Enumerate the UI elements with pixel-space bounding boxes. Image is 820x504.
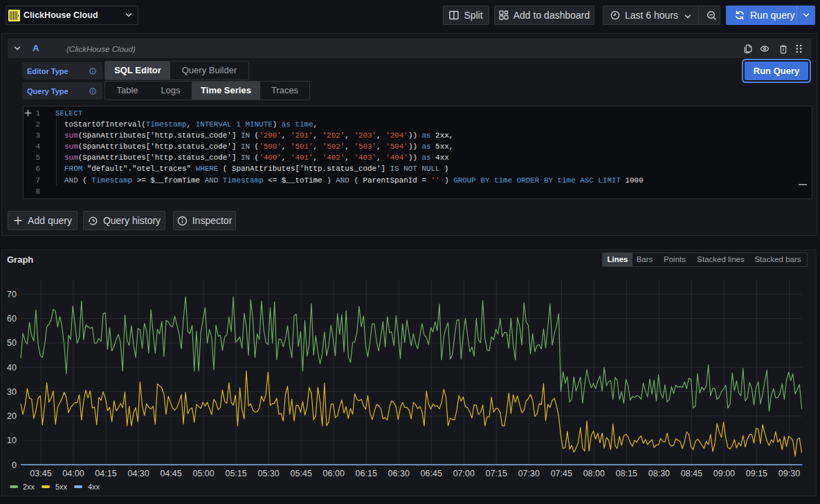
- svg-text:10: 10: [7, 436, 17, 445]
- svg-text:09:30: 09:30: [778, 469, 800, 478]
- svg-text:07:30: 07:30: [518, 469, 540, 478]
- svg-text:08:30: 08:30: [648, 469, 670, 478]
- svg-text:0: 0: [12, 460, 17, 470]
- svg-text:04:00: 04:00: [62, 469, 84, 478]
- svg-text:05:00: 05:00: [192, 469, 214, 478]
- svg-text:08:00: 08:00: [583, 469, 605, 478]
- svg-text:05:45: 05:45: [291, 469, 312, 478]
- svg-text:70: 70: [7, 290, 17, 299]
- svg-text:06:45: 06:45: [421, 469, 442, 478]
- svg-text:04:45: 04:45: [160, 469, 181, 478]
- svg-text:08:15: 08:15: [616, 469, 637, 478]
- svg-text:06:30: 06:30: [388, 469, 410, 478]
- svg-text:40: 40: [7, 363, 17, 373]
- svg-text:30: 30: [7, 387, 17, 397]
- svg-text:06:15: 06:15: [356, 469, 377, 478]
- svg-text:04:15: 04:15: [95, 469, 116, 478]
- svg-text:09:15: 09:15: [746, 469, 767, 478]
- svg-text:08:45: 08:45: [681, 469, 702, 478]
- svg-text:50: 50: [7, 338, 17, 348]
- svg-text:03:45: 03:45: [30, 469, 51, 478]
- svg-text:06:00: 06:00: [323, 469, 345, 478]
- svg-text:07:00: 07:00: [453, 469, 475, 478]
- svg-text:07:45: 07:45: [551, 469, 572, 478]
- svg-text:04:30: 04:30: [127, 469, 149, 478]
- svg-text:07:15: 07:15: [486, 469, 507, 478]
- svg-text:09:00: 09:00: [713, 469, 735, 478]
- svg-text:05:30: 05:30: [257, 469, 279, 478]
- svg-text:20: 20: [7, 411, 17, 421]
- svg-text:60: 60: [7, 314, 17, 324]
- svg-text:05:15: 05:15: [225, 469, 246, 478]
